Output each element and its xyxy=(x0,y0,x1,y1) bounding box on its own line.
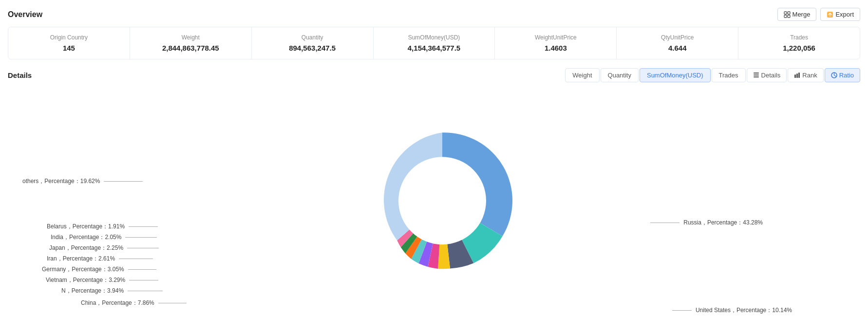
stat-trades: Trades 1,220,056 xyxy=(738,27,860,59)
svg-rect-1 xyxy=(788,12,790,14)
page-title: Overview xyxy=(8,10,42,19)
label-n: N，Percentage：3.94% xyxy=(61,287,163,295)
view-rank-button[interactable]: Rank xyxy=(788,68,823,82)
label-us-text: United States，Percentage：10.14% xyxy=(696,306,792,315)
stat-wup-value: 1.4603 xyxy=(499,44,612,52)
stat-wup-label: WeightUnitPrice xyxy=(499,34,612,41)
stat-qty-unit-price: QtyUnitPrice 4.644 xyxy=(617,27,738,59)
stat-origin-country-value: 145 xyxy=(12,44,126,52)
label-germany: Germany，Percentage：3.05% xyxy=(42,265,156,274)
label-india: India，Percentage：2.05% xyxy=(51,233,157,242)
stat-weight: Weight 2,844,863,778.45 xyxy=(130,27,252,59)
label-germany-text: Germany，Percentage：3.05% xyxy=(42,265,124,274)
stat-qup-label: QtyUnitPrice xyxy=(621,34,734,41)
details-icon xyxy=(753,72,759,78)
donut-chart xyxy=(359,118,525,283)
label-india-text: India，Percentage：2.05% xyxy=(51,233,121,242)
stats-row: Origin Country 145 Weight 2,844,863,778.… xyxy=(8,27,860,59)
label-vietnam-text: Vietnam，Percentage：3.29% xyxy=(46,276,125,284)
label-russia: Russia，Percentage：43.28% xyxy=(650,219,763,227)
stat-weight-value: 2,844,863,778.45 xyxy=(134,44,247,52)
label-japan-text: Japan，Percentage：2.25% xyxy=(49,244,123,252)
tab-group: Weight Quantity SumOfMoney(USD) Trades D… xyxy=(565,68,860,82)
label-n-text: N，Percentage：3.94% xyxy=(61,287,124,295)
label-others-text: others，Percentage：19.62% xyxy=(22,177,100,186)
view-rank-label: Rank xyxy=(802,72,817,79)
label-china-text: China，Percentage：7.86% xyxy=(81,299,154,307)
view-details-label: Details xyxy=(761,72,781,79)
tab-trades[interactable]: Trades xyxy=(712,68,746,82)
label-us: United States，Percentage：10.14% xyxy=(672,306,792,315)
tab-quantity[interactable]: Quantity xyxy=(601,68,639,82)
stat-sum-label: SumOfMoney(USD) xyxy=(377,34,491,41)
label-iran: Iran，Percentage：2.61% xyxy=(47,255,153,263)
stat-sum-of-money: SumOfMoney(USD) 4,154,364,577.5 xyxy=(374,27,495,59)
stat-origin-country-label: Origin Country xyxy=(12,34,126,41)
ratio-icon xyxy=(831,72,837,78)
label-vietnam: Vietnam，Percentage：3.29% xyxy=(46,276,158,284)
merge-label: Merge xyxy=(793,11,811,18)
chart-area: others，Percentage：19.62% Belarus，Percent… xyxy=(8,87,860,321)
tab-weight[interactable]: Weight xyxy=(565,68,599,82)
tab-sumofmoney[interactable]: SumOfMoney(USD) xyxy=(640,68,711,82)
export-label: Export xyxy=(835,11,854,18)
stat-quantity: Quantity 894,563,247.5 xyxy=(252,27,374,59)
svg-rect-7 xyxy=(754,76,759,77)
svg-rect-3 xyxy=(788,15,790,18)
view-details-button[interactable]: Details xyxy=(747,68,787,82)
svg-rect-2 xyxy=(784,15,787,18)
svg-rect-0 xyxy=(784,12,787,14)
svg-rect-10 xyxy=(798,73,800,78)
merge-button[interactable]: Merge xyxy=(777,8,817,21)
stat-quantity-value: 894,563,247.5 xyxy=(256,44,369,52)
label-belarus: Belarus，Percentage：1.91% xyxy=(47,223,158,231)
label-japan: Japan，Percentage：2.25% xyxy=(49,244,159,252)
rank-icon xyxy=(794,72,800,78)
label-china: China，Percentage：7.86% xyxy=(81,299,187,307)
label-others: others，Percentage：19.62% xyxy=(22,177,143,186)
svg-rect-8 xyxy=(794,74,796,78)
svg-point-12 xyxy=(398,157,486,244)
label-belarus-text: Belarus，Percentage：1.91% xyxy=(47,223,125,231)
stat-sum-value: 4,154,364,577.5 xyxy=(377,44,491,52)
label-iran-text: Iran，Percentage：2.61% xyxy=(47,255,115,263)
view-ratio-button[interactable]: Ratio xyxy=(825,68,860,82)
stat-weight-unit-price: WeightUnitPrice 1.4603 xyxy=(495,27,617,59)
label-russia-text: Russia，Percentage：43.28% xyxy=(683,219,763,227)
merge-icon xyxy=(784,11,791,18)
export-icon xyxy=(827,11,833,18)
export-button[interactable]: Export xyxy=(820,8,860,21)
svg-rect-9 xyxy=(796,74,798,78)
stat-quantity-label: Quantity xyxy=(256,34,369,41)
svg-rect-6 xyxy=(754,74,759,75)
details-title: Details xyxy=(8,71,32,79)
view-ratio-label: Ratio xyxy=(839,72,854,79)
stat-trades-value: 1,220,056 xyxy=(742,44,856,52)
stat-origin-country: Origin Country 145 xyxy=(8,27,130,59)
stat-weight-label: Weight xyxy=(134,34,247,41)
svg-rect-5 xyxy=(754,73,759,74)
stat-trades-label: Trades xyxy=(742,34,856,41)
stat-qup-value: 4.644 xyxy=(621,44,734,52)
